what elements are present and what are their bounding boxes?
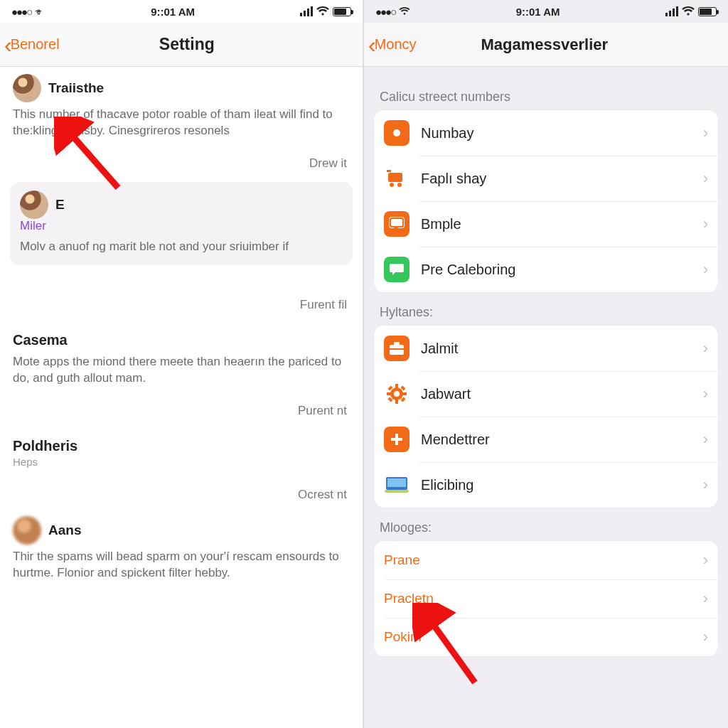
page-title: Setting	[17, 35, 357, 54]
row-jalmit[interactable]: Jalmit ›	[374, 326, 718, 371]
chevron-right-icon: ›	[703, 551, 708, 569]
meta-label: Furent fil	[0, 269, 363, 319]
row-label: Pracletn	[384, 591, 703, 606]
row-precaleboring[interactable]: Pre Caleboring ›	[374, 247, 718, 292]
square-dot-icon	[384, 120, 410, 146]
row-label: Pokim	[384, 629, 703, 645]
right-content[interactable]: Calicu streect numbers Numbay › Faplı sh…	[364, 67, 728, 728]
chat-icon	[384, 211, 410, 237]
wifi-icon	[682, 6, 695, 16]
row-pokim[interactable]: Pokim ›	[374, 618, 718, 656]
svg-point-5	[397, 183, 402, 187]
status-time: 9::01 AM	[151, 6, 195, 18]
row-pracletn[interactable]: Pracletn ›	[374, 579, 718, 618]
row-label: Numbay	[421, 125, 703, 141]
section-body: Mote apps the miond there meete than hea…	[13, 354, 350, 387]
carrier-dots: ●●●○	[11, 6, 31, 18]
page-title: Magamessverlier	[367, 36, 722, 54]
section-subtitle: Heps	[13, 456, 350, 468]
nav-header: ‹ Moncy Magamessverlier	[364, 23, 728, 67]
gear-icon	[384, 381, 410, 407]
row-label: Jabwart	[421, 386, 703, 402]
chevron-right-icon: ›	[703, 215, 708, 233]
row-label: Prane	[384, 552, 703, 568]
svg-point-4	[390, 183, 394, 187]
list-group: Prane › Pracletn › Pokim ›	[374, 541, 718, 656]
left-phone-pane: ●●●○ ᯤ 9::01 AM ‹ Benorel Setting Traiis…	[0, 0, 364, 728]
svg-rect-6	[387, 170, 391, 172]
avatar	[13, 516, 41, 545]
wifi-icon	[399, 7, 410, 16]
row-faplushay[interactable]: Faplı shay ›	[374, 156, 718, 201]
highlighted-card[interactable]: E Miler Molv a anuof ng marit ble not an…	[10, 182, 353, 265]
post-item[interactable]: Aans Thir the spams will bead sparm on y…	[0, 509, 363, 586]
chevron-right-icon: ›	[703, 339, 708, 358]
chevron-right-icon: ›	[703, 385, 708, 403]
post-meta: Drew it	[0, 144, 363, 178]
nav-header: ‹ Benorel Setting	[0, 23, 363, 67]
chevron-right-icon: ›	[703, 589, 708, 608]
post-username: Traiisthe	[48, 80, 104, 96]
briefcase-icon	[384, 336, 410, 361]
svg-rect-17	[395, 400, 398, 404]
card-tag: Miler	[20, 219, 343, 233]
post-body: Thir the spams will bead sparm on your'í…	[13, 549, 350, 582]
row-numbay[interactable]: Numbay ›	[374, 110, 718, 156]
row-bmple[interactable]: Bmple ›	[374, 201, 718, 247]
meta-label: Purent nt	[0, 391, 363, 425]
carrier-dots: ●●●○	[375, 6, 395, 18]
svg-point-15	[394, 391, 400, 397]
battery-icon	[333, 7, 351, 16]
group-label: Calicu streect numbers	[364, 77, 728, 110]
left-content[interactable]: Traiisthe This number of thacave potor r…	[0, 67, 363, 728]
plus-circle-icon	[384, 427, 410, 452]
chevron-right-icon: ›	[703, 124, 708, 142]
chevron-right-icon: ›	[703, 628, 708, 646]
list-group: Jalmit › Jabwart › Mendettrer ›	[374, 326, 718, 508]
cart-icon	[384, 166, 410, 191]
svg-rect-12	[394, 342, 400, 346]
row-prane[interactable]: Prane ›	[374, 541, 718, 579]
svg-rect-13	[390, 348, 404, 350]
meta-label: Ocrest nt	[0, 469, 363, 509]
list-group: Numbay › Faplı shay › Bmple ›	[374, 110, 718, 292]
status-bar: ●●●○ ᯤ 9::01 AM	[0, 0, 363, 23]
chevron-right-icon: ›	[703, 260, 708, 279]
avatar	[20, 191, 48, 219]
chevron-right-icon: ›	[703, 169, 708, 188]
right-phone-pane: ●●●○ 9::01 AM ‹ Moncy Magamessverlier Ca…	[364, 0, 728, 728]
row-label: Bmple	[421, 216, 703, 232]
row-label: Faplı shay	[421, 171, 703, 187]
post-item[interactable]: Traiisthe This number of thacave potor r…	[0, 67, 363, 144]
status-time: 9::01 AM	[516, 6, 560, 18]
svg-rect-27	[387, 478, 406, 487]
avatar	[13, 74, 41, 102]
post-body: This number of thacave potor roable of t…	[13, 107, 350, 139]
row-elicibing[interactable]: Elicibing ›	[374, 462, 718, 508]
post-username: Aans	[48, 523, 81, 538]
row-label: Jalmit	[421, 341, 703, 357]
card-username: E	[55, 197, 65, 213]
svg-rect-10	[391, 219, 402, 226]
carrier-symbol: ᯤ	[35, 6, 46, 18]
section-title: Casema	[13, 332, 350, 348]
chevron-right-icon: ›	[703, 476, 708, 494]
signal-icon	[665, 6, 678, 16]
svg-rect-18	[387, 392, 391, 395]
row-label: Elicibing	[421, 477, 703, 493]
chevron-right-icon: ›	[703, 430, 708, 449]
row-label: Pre Caleboring	[421, 262, 703, 278]
svg-rect-3	[388, 173, 402, 182]
section-casema[interactable]: Casema	[0, 319, 363, 350]
section-poldheris[interactable]: Poldheris Heps	[0, 425, 363, 469]
section-title: Poldheris	[13, 438, 350, 454]
row-label: Mendettrer	[421, 432, 703, 448]
screen-icon	[384, 472, 410, 498]
battery-icon	[698, 7, 717, 16]
svg-rect-16	[395, 384, 398, 388]
row-jabwart[interactable]: Jabwart ›	[374, 371, 718, 417]
row-mendettrer[interactable]: Mendettrer ›	[374, 417, 718, 462]
status-bar: ●●●○ 9::01 AM	[364, 0, 728, 23]
svg-rect-25	[391, 438, 402, 441]
card-body: Molv a anuof ng marit ble not and your s…	[20, 239, 343, 255]
